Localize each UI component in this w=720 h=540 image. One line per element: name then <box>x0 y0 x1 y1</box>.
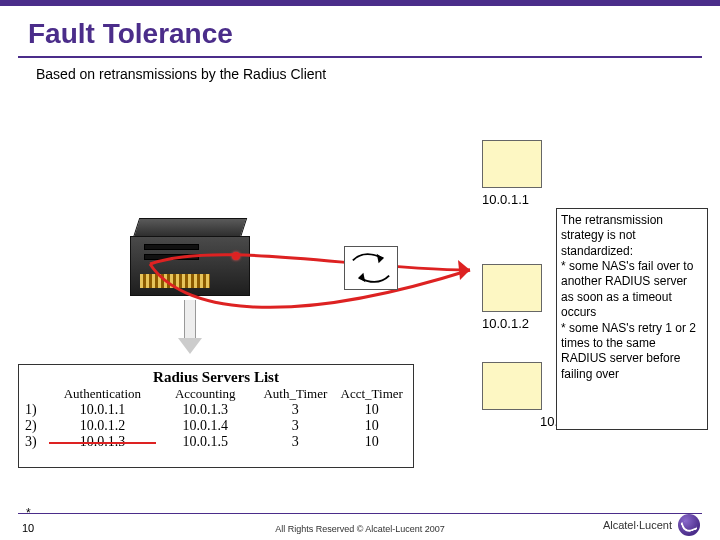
device-slot <box>144 254 199 260</box>
title-underline <box>18 56 702 58</box>
radius-servers-list: Radius Servers List Authentication Accou… <box>18 364 414 468</box>
svg-marker-1 <box>377 254 384 264</box>
failed-server-entry: 10.0.1.3 <box>49 434 157 450</box>
top-accent-bar <box>0 0 720 6</box>
radius-server-2-ip: 10.0.1.2 <box>482 316 529 331</box>
retransmission-note: The retransmission strategy is not stand… <box>556 208 708 430</box>
list-heading: Radius Servers List <box>25 369 407 386</box>
retry-swap-icon <box>344 246 398 290</box>
slide: Fault Tolerance Based on retransmissions… <box>0 0 720 540</box>
brand-name: Alcatel·Lucent <box>603 519 672 531</box>
brand-mark-icon <box>678 514 700 536</box>
brand-logo: Alcatel·Lucent <box>603 514 700 536</box>
col-auth-timer: Auth_Timer <box>254 386 336 402</box>
device-stripe <box>140 274 210 288</box>
radius-server-1-ip: 10.0.1.1 <box>482 192 529 207</box>
table-row: 3) 10.0.1.3 10.0.1.5 3 10 <box>25 434 407 450</box>
svg-marker-2 <box>359 273 366 283</box>
device-slot <box>144 244 199 250</box>
col-acct: Accounting <box>156 386 254 402</box>
radius-server-2 <box>482 264 542 312</box>
col-auth: Authentication <box>49 386 157 402</box>
radius-server-1 <box>482 140 542 188</box>
device-top-face <box>133 218 247 238</box>
radius-server-3 <box>482 362 542 410</box>
col-acct-timer: Acct_Timer <box>336 386 407 402</box>
table-row: 1) 10.0.1.1 10.0.1.3 3 10 <box>25 402 407 418</box>
table-row: 2) 10.0.1.2 10.0.1.4 3 10 <box>25 418 407 434</box>
page-title: Fault Tolerance <box>28 18 233 50</box>
footnote-star: * <box>26 506 31 520</box>
radius-client-device <box>130 218 250 300</box>
device-led-icon <box>232 252 240 260</box>
svg-marker-0 <box>458 260 470 280</box>
footer-rule <box>18 513 702 514</box>
subtitle: Based on retransmissions by the Radius C… <box>36 66 326 82</box>
arrow-down-icon <box>178 300 202 356</box>
